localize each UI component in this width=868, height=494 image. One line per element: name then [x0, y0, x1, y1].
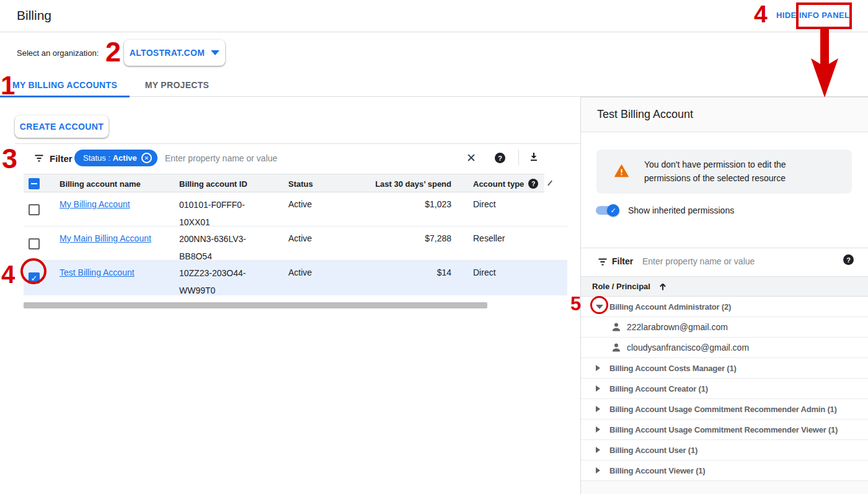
chevron-right-icon[interactable]	[596, 406, 608, 412]
status-value: Active	[288, 232, 312, 245]
chevron-right-icon[interactable]	[596, 447, 608, 453]
create-account-button[interactable]: CREATE ACCOUNT	[15, 115, 108, 138]
chevron-right-icon[interactable]	[596, 365, 608, 371]
chevron-down-icon[interactable]	[596, 305, 608, 309]
indeterminate-mark	[31, 183, 37, 184]
org-selector-value: ALTOSTRAT.COM	[130, 48, 205, 58]
table-row[interactable]: My Main Billing Account 200NN3-636LV3-BB…	[24, 227, 567, 261]
info-panel-title: Test Billing Account	[597, 108, 693, 121]
person-icon	[611, 322, 621, 332]
status-active-filter-chip[interactable]: Status : Active ✕	[74, 150, 157, 166]
info-panel-header: Test Billing Account	[581, 97, 868, 132]
principal-row[interactable]: cloudysanfrancisco@gmail.com	[581, 338, 868, 358]
horizontal-scrollbar[interactable]	[24, 302, 487, 308]
column-header-type-label: Account type	[473, 179, 524, 189]
billing-account-link[interactable]: Test Billing Account	[60, 266, 135, 279]
toggle-check-icon: ✓	[607, 204, 619, 217]
column-header-status[interactable]: Status	[288, 174, 313, 193]
tab-my-projects[interactable]: MY PROJECTS	[130, 73, 224, 97]
inherited-permissions-row: ✓ Show inherited permissions	[596, 203, 734, 218]
row-checkbox[interactable]	[29, 204, 40, 215]
truncated-sort-icon	[547, 181, 552, 186]
chevron-right-icon[interactable]	[596, 467, 608, 474]
principal-email: 222larabrown@gmail.com	[627, 322, 728, 332]
table-header-row: Billing account name Billing account ID …	[24, 174, 544, 192]
clear-filter-icon[interactable]: ✕	[466, 151, 476, 165]
info-panel: Test Billing Account You don't have perm…	[580, 97, 868, 494]
account-type-value: Direct	[473, 198, 496, 210]
status-value: Active	[288, 198, 312, 210]
sort-ascending-icon	[658, 282, 668, 292]
hide-info-panel-link[interactable]: HIDE INFO PANEL	[776, 11, 849, 20]
page-title: Billing	[17, 8, 51, 23]
filter-icon	[597, 256, 608, 267]
row-checkbox-checked[interactable]: ✓	[29, 272, 40, 284]
filter-property-input[interactable]	[165, 151, 413, 165]
tab-my-billing-accounts[interactable]: MY BILLING ACCOUNTS	[0, 73, 130, 97]
role-row[interactable]: Billing Account Usage Commitment Recomme…	[581, 399, 868, 420]
billing-accounts-content: CREATE ACCOUNT Filter Status : Active ✕ …	[0, 97, 580, 494]
divider	[15, 143, 580, 144]
org-selector-label: Select an organization:	[17, 48, 99, 58]
role-row[interactable]: Billing Account Usage Commitment Recomme…	[581, 420, 868, 440]
billing-account-link[interactable]: My Billing Account	[60, 198, 130, 210]
filter-help-icon[interactable]: ?	[495, 153, 505, 163]
account-type-help-icon[interactable]: ?	[528, 179, 538, 189]
permission-warning-card: You don't have permission to edit the pe…	[596, 150, 852, 194]
warning-icon	[614, 164, 629, 177]
select-all-checkbox[interactable]	[29, 178, 40, 189]
divider	[518, 150, 519, 166]
filter-label: Filter	[50, 153, 73, 164]
billing-account-link[interactable]: My Main Billing Account	[60, 232, 151, 245]
role-label: Billing Account Administrator (2)	[609, 302, 731, 312]
column-header-name[interactable]: Billing account name	[60, 174, 141, 193]
person-icon	[611, 343, 621, 353]
download-icon[interactable]	[528, 151, 539, 163]
panel-filter-label: Filter	[612, 256, 633, 266]
spend-value: $1,023	[327, 198, 451, 210]
column-header-spend[interactable]: Last 30 days’ spend	[327, 174, 451, 193]
table-row-selected[interactable]: ✓ Test Billing Account 10ZZ23-203O44-WW9…	[24, 261, 567, 295]
role-principal-sort-header[interactable]: Role / Principal	[581, 276, 868, 297]
table-row[interactable]: My Billing Account 010101-F0FFF0-10XX01 …	[24, 192, 567, 227]
role-row[interactable]: Billing Account Viewer (1)	[581, 460, 868, 481]
panel-bottom-area	[581, 481, 868, 494]
row-checkbox[interactable]	[29, 238, 40, 249]
role-row[interactable]: Billing Account Creator (1)	[581, 379, 868, 399]
spend-value: $7,288	[327, 232, 451, 245]
spend-value: $14	[327, 266, 451, 279]
role-label: Billing Account Costs Manager (1)	[609, 364, 737, 373]
billing-account-id: 10ZZ23-203O44-WW99T0	[179, 264, 246, 299]
role-row-expanded[interactable]: Billing Account Administrator (2)	[581, 297, 868, 317]
account-type-value: Direct	[473, 266, 496, 279]
billing-accounts-table: Billing account name Billing account ID …	[24, 174, 567, 295]
panel-filter-input[interactable]	[642, 254, 828, 268]
billing-account-id: 200NN3-636LV3-BB8O54	[179, 230, 246, 265]
role-label: Billing Account Usage Commitment Recomme…	[609, 405, 837, 414]
tab-label: MY PROJECTS	[145, 80, 209, 90]
role-row[interactable]: Billing Account User (1)	[581, 440, 868, 460]
tabs-row: MY BILLING ACCOUNTS MY PROJECTS	[0, 73, 868, 97]
panel-filter-help-icon[interactable]: ?	[843, 254, 854, 265]
permission-warning-text: You don't have permission to edit the pe…	[644, 158, 807, 185]
chevron-right-icon[interactable]	[596, 426, 608, 433]
column-header-type[interactable]: Account type ?	[473, 174, 538, 193]
dropdown-arrow-icon	[211, 50, 219, 55]
column-header-id[interactable]: Billing account ID	[179, 174, 247, 193]
account-type-value: Reseller	[473, 232, 505, 245]
role-label: Billing Account Usage Commitment Recomme…	[609, 425, 838, 434]
chevron-right-icon[interactable]	[596, 385, 608, 392]
billing-console-page: Billing HIDE INFO PANEL Select an organi…	[0, 0, 868, 494]
annotation-number-2: 2	[105, 36, 121, 68]
role-principal-label: Role / Principal	[592, 282, 650, 291]
principal-row[interactable]: 222larabrown@gmail.com	[581, 317, 868, 338]
role-label: Billing Account User (1)	[609, 446, 698, 455]
principal-email: cloudysanfrancisco@gmail.com	[627, 343, 749, 353]
remove-chip-icon[interactable]: ✕	[141, 153, 152, 163]
org-selector-dropdown[interactable]: ALTOSTRAT.COM	[124, 40, 225, 66]
toggle-label: Show inherited permissions	[628, 205, 734, 215]
role-row[interactable]: Billing Account Costs Manager (1)	[581, 358, 868, 379]
show-inherited-toggle[interactable]: ✓	[596, 206, 618, 215]
app-header: Billing HIDE INFO PANEL	[0, 0, 868, 32]
role-label: Billing Account Creator (1)	[609, 384, 708, 393]
